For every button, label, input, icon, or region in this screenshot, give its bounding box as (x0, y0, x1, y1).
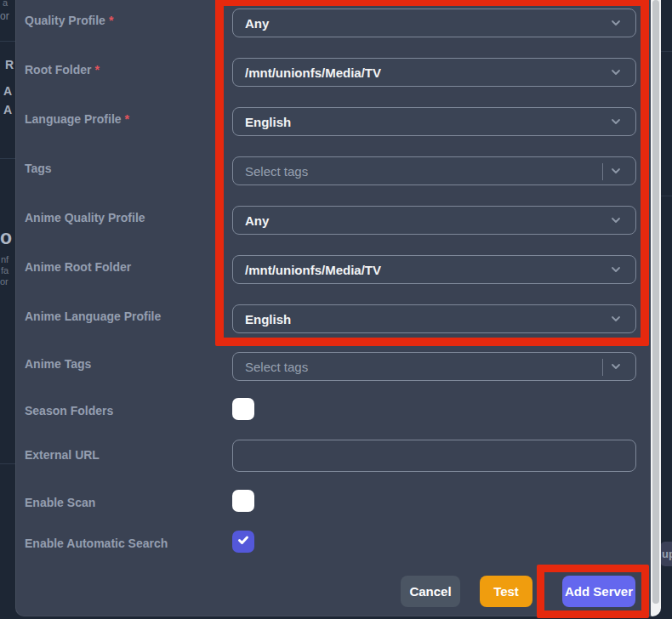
chevron-down-icon (610, 313, 622, 325)
tags-placeholder: Select tags (245, 164, 308, 179)
quality-profile-label: Quality Profile* (25, 13, 225, 28)
enable-scan-checkbox[interactable] (232, 490, 254, 512)
root-folder-value: /mnt/unionfs/Media/TV (245, 65, 381, 80)
cancel-button[interactable]: Cancel (401, 576, 460, 607)
background-text-fragment: a (3, 0, 8, 8)
quality-profile-value: Any (245, 16, 269, 31)
anime-tags-multiselect[interactable]: Select tags (232, 352, 636, 381)
tags-label: Tags (25, 161, 225, 176)
anime-tags-placeholder: Select tags (245, 360, 308, 374)
background-divider (0, 41, 15, 42)
required-asterisk: * (125, 112, 129, 126)
modal-scrollbar-thumb[interactable] (652, 0, 659, 604)
test-button[interactable]: Test (480, 576, 532, 607)
required-asterisk: * (109, 14, 113, 27)
chevron-down-icon (610, 264, 622, 275)
multiselect-separator (602, 163, 603, 180)
anime-root-folder-label: Anime Root Folder (25, 259, 225, 275)
background-partial-button-label: up (662, 548, 672, 560)
background-divider (661, 51, 672, 52)
language-profile-label: Language Profile* (25, 111, 225, 127)
background-divider (661, 196, 672, 196)
enable-automatic-search-checkbox[interactable] (232, 531, 254, 553)
root-folder-select[interactable]: /mnt/unionfs/Media/TV (232, 58, 636, 87)
chevron-down-icon (610, 165, 622, 177)
chevron-down-icon (610, 361, 622, 372)
background-text-fragment: R (5, 58, 14, 71)
enable-scan-label: Enable Scan (25, 495, 225, 510)
season-folders-checkbox[interactable] (232, 398, 254, 420)
background-text-fragment: fa (1, 265, 9, 275)
background-text-fragment: or (0, 276, 9, 287)
language-profile-select[interactable]: English (232, 107, 636, 136)
anime-root-folder-value: /mnt/unionfs/Media/TV (245, 263, 381, 277)
anime-quality-profile-value: Any (245, 213, 269, 228)
tags-multiselect[interactable]: Select tags (232, 156, 636, 185)
anime-language-profile-value: English (245, 312, 291, 327)
chevron-down-icon (610, 66, 622, 78)
chevron-down-icon (610, 116, 622, 128)
anime-quality-profile-select[interactable]: Any (232, 206, 636, 235)
background-text-fragment: nf (1, 254, 9, 264)
sonarr-server-modal: Quality Profile* Any Root Folder* /mnt/u… (15, 0, 661, 616)
chevron-down-icon (610, 17, 622, 29)
background-divider (0, 158, 15, 159)
background-text-fragment: A (3, 103, 12, 116)
anime-quality-profile-label: Anime Quality Profile (25, 210, 225, 225)
background-partial-button[interactable]: up (660, 542, 672, 566)
add-server-button[interactable]: Add Server (562, 576, 635, 607)
checkmark-icon (236, 533, 250, 550)
required-asterisk: * (95, 63, 100, 77)
background-text-fragment: or (0, 10, 9, 22)
modal-scrollbar-track (651, 0, 661, 616)
root-folder-label: Root Folder* (25, 62, 225, 77)
anime-language-profile-label: Anime Language Profile (25, 309, 225, 324)
anime-root-folder-select[interactable]: /mnt/unionfs/Media/TV (232, 255, 636, 284)
external-url-input[interactable] (232, 440, 636, 472)
anime-tags-label: Anime Tags (25, 356, 225, 372)
season-folders-label: Season Folders (25, 403, 225, 418)
background-text-fragment: A (3, 84, 12, 98)
external-url-label: External URL (25, 447, 225, 463)
multiselect-separator (602, 359, 603, 376)
enable-automatic-search-label: Enable Automatic Search (25, 536, 225, 551)
chevron-down-icon (610, 214, 622, 226)
language-profile-value: English (245, 115, 291, 129)
background-text-fragment: o (0, 226, 12, 249)
anime-language-profile-select[interactable]: English (232, 304, 636, 333)
background-divider (0, 463, 15, 464)
quality-profile-select[interactable]: Any (232, 9, 636, 37)
